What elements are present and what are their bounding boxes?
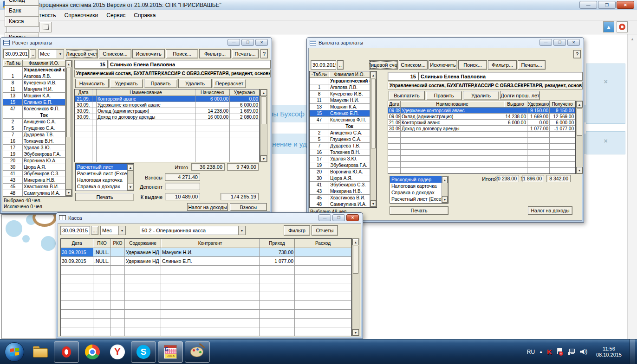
selection-tool-button[interactable] [39,22,52,32]
scroll-down-icon[interactable]: ▼ [576,167,583,173]
employee-row[interactable]: 30Цюра А.Я. [3,164,65,171]
pay-button[interactable]: Выплатить [389,91,425,100]
close-icon[interactable]: × [604,78,607,85]
employee-row[interactable]: 1Агапова Л.В. [310,84,370,91]
taskbar-item-explorer[interactable] [28,341,53,363]
scroll-up-icon[interactable]: ▲ [370,72,376,78]
edit-button[interactable]: Править [144,79,177,88]
employee-row[interactable]: 19Эбубекирова Г.А. [310,162,370,169]
close-button[interactable]: ✕ [567,39,580,46]
table-row[interactable] [75,120,260,126]
list-scrollbar[interactable]: ▲▼ [65,60,72,196]
employee-row[interactable]: 11Манукян Н.И. [3,86,65,93]
taskbar-item-yandex[interactable]: Y [105,341,130,363]
cloud-upload-button[interactable]: ▲ [603,21,614,32]
report-item[interactable]: Расчетный лист (Excel) [76,170,127,177]
employee-row[interactable]: Управленческий состав [3,67,65,73]
table-row[interactable] [61,275,351,283]
account-select[interactable]: 50.2 - Операционная касса ▼ [140,226,246,235]
chevron-down-icon[interactable]: ▼ [57,50,64,58]
table-scrollbar[interactable]: ▲ ▼ [576,101,583,174]
list-button[interactable]: Списком... [99,49,131,58]
maximize-button[interactable]: ❐ [598,1,616,9]
close-icon[interactable]: × [604,137,607,145]
table-row[interactable]: 09.09Удержание конторский аванс9 150.00-… [388,108,575,114]
scroll-down-icon[interactable]: ▼ [260,155,267,162]
employee-row[interactable]: 30Цюра А.Я. [310,175,370,182]
close-button[interactable]: ✕ [617,1,634,9]
table-row[interactable]: 30.09.2015.NULL.Удержание НДМанукян Н.И.… [61,248,351,257]
volume-icon[interactable]: ) ) [580,349,588,355]
start-button[interactable] [5,342,24,362]
table-row[interactable] [61,301,351,310]
exclude-button[interactable]: Исключить [132,49,165,58]
filter-button[interactable]: Фильтр... [488,60,517,70]
date-picker-button[interactable]: .. [337,60,344,70]
table-row[interactable]: 30.09.2015.NULL.Удержание НДСлинько Е.П.… [61,257,351,266]
minimize-button[interactable]: — [318,214,331,221]
employee-row[interactable]: 19Эбубекирова Г.А. [3,151,65,158]
employee-row[interactable]: 41Эбубекиров С.З. [3,171,65,177]
maximize-button[interactable]: ❐ [241,39,254,46]
list-scrollbar[interactable]: ▲▼ [127,164,134,191]
income-tax-button[interactable]: Налог на доходы [187,203,228,211]
scroll-thumb[interactable] [577,108,582,136]
search-button[interactable]: Поиск... [166,49,198,58]
taskbar-item-chrome[interactable] [80,341,105,363]
taskbar-item-opera[interactable] [54,341,79,363]
page-scrollbar[interactable]: ▲ [627,34,637,339]
employee-row[interactable]: 2Анищенко С.А. [310,130,370,136]
period-select[interactable]: Мес ▼ [38,49,64,58]
report-item[interactable]: Справка о доходах [390,189,442,196]
table-row[interactable] [388,132,575,138]
scroll-up-icon[interactable]: ▲ [260,89,267,96]
recalculate-button[interactable]: Перерасчет [213,79,246,88]
close-button[interactable]: ✕ [255,39,268,46]
help-lifebuoy-button[interactable] [617,21,628,32]
table-row[interactable] [388,168,575,174]
scroll-up-icon[interactable]: ▲ [128,164,133,171]
minimize-button[interactable]: — [579,1,597,9]
employee-row[interactable]: 13Мошкин К.А. [3,93,65,99]
table-row[interactable] [75,126,260,132]
menu-item-servis[interactable]: Сервис [102,11,130,20]
list-scrollbar[interactable]: ▲▼ [370,71,377,207]
scroll-up-icon[interactable]: ▲ [630,37,634,41]
employee-row[interactable]: 13Мошкин К.А. [310,104,370,110]
employee-row[interactable]: 20Воронина Ю.А. [310,169,370,175]
scroll-thumb[interactable] [66,68,71,137]
table-row[interactable] [61,266,351,275]
network-icon[interactable] [568,349,576,355]
table-row[interactable] [61,327,351,336]
scroll-down-icon[interactable]: ▼ [370,200,376,207]
date-input[interactable]: 30.09.2015 [311,60,336,70]
menu-item-spravochniki[interactable]: Справочники [60,11,103,20]
date-picker-button[interactable]: ... [91,226,98,235]
income-tax-button[interactable]: Налог на доходы [528,206,572,215]
period-select[interactable]: Мес ▼ [100,226,126,235]
table-row[interactable] [388,162,575,168]
toolbar-button-warehouse[interactable]: Склад [5,0,39,6]
table-row[interactable] [75,144,260,150]
date-input[interactable]: 30.09.2015 [60,226,90,235]
print-button[interactable]: Печать... [518,60,546,70]
print-button[interactable]: Печать [75,193,134,201]
employee-row[interactable]: 43Микерина Н.В. [3,177,65,184]
employee-row[interactable]: 16Толкачев В.Н. [3,138,65,145]
contributions-button[interactable]: Взносы [230,203,267,211]
maximize-button[interactable]: ❐ [553,39,566,46]
show-desktop-button[interactable] [630,339,635,364]
taskbar-item-buhsoft[interactable]: Б 2015 [158,341,183,363]
employee-row[interactable]: Ток [310,123,370,130]
employee-row[interactable]: 7Дударева Т.В. [3,132,65,138]
report-item[interactable]: Расчетный лист [76,164,127,170]
employee-row[interactable]: 43Микерина Н.В. [310,188,370,195]
list-button[interactable]: Списком... [399,60,428,70]
list-scrollbar[interactable]: ▲▼ [442,176,448,203]
exclude-button[interactable]: Исключить [429,60,457,70]
personal-account-button[interactable]: Лицевой счет [66,49,98,58]
scroll-down-icon[interactable]: ▼ [442,196,448,203]
kaspersky-icon[interactable]: K [547,348,552,356]
minimize-button[interactable]: — [540,39,552,46]
employee-row[interactable]: 8Кучеренко И.В. [3,80,65,86]
